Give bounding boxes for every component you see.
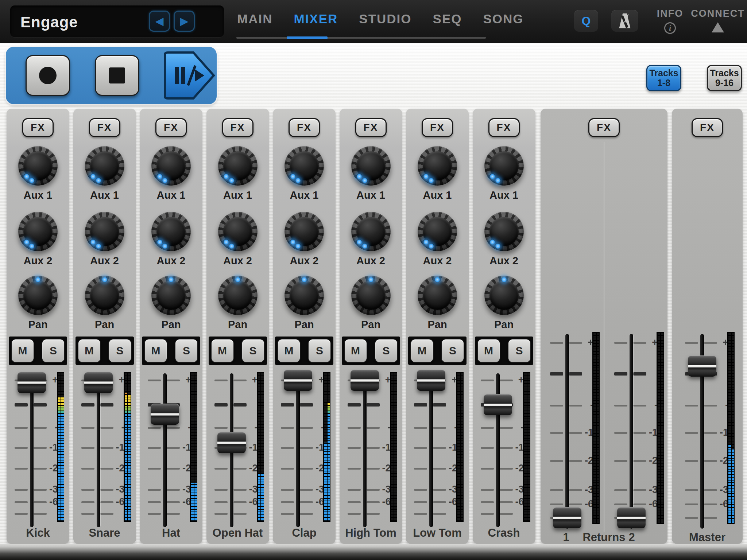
fx-button[interactable]: FX bbox=[355, 118, 387, 137]
knob-aux2[interactable] bbox=[285, 212, 324, 251]
tab-seq[interactable]: SEQ bbox=[433, 12, 462, 26]
fx-button[interactable]: FX bbox=[488, 118, 520, 137]
aux2-label: Aux 2 bbox=[206, 255, 269, 267]
knob-pan[interactable] bbox=[218, 276, 258, 315]
mute-button[interactable]: M bbox=[211, 339, 234, 363]
fx-button[interactable]: FX bbox=[692, 118, 723, 137]
solo-button[interactable]: S bbox=[375, 339, 398, 363]
knob-aux2[interactable] bbox=[85, 212, 124, 251]
mute-button[interactable]: M bbox=[78, 339, 101, 363]
fader-track[interactable] bbox=[296, 373, 300, 527]
tab-studio[interactable]: STUDIO bbox=[359, 12, 411, 26]
knob-aux2[interactable] bbox=[351, 212, 391, 251]
scale-tick bbox=[100, 513, 113, 515]
knob-aux2[interactable] bbox=[151, 212, 191, 251]
knob-aux1[interactable] bbox=[218, 146, 258, 186]
fader-cap[interactable] bbox=[84, 372, 113, 393]
tracks-1-8-button[interactable]: Tracks 1-8 bbox=[646, 65, 681, 91]
fader-track[interactable] bbox=[30, 373, 34, 527]
next-arrow-button[interactable]: ▶ bbox=[174, 11, 195, 32]
record-icon bbox=[39, 67, 57, 84]
meter-segments bbox=[597, 333, 599, 523]
fader-track[interactable] bbox=[429, 373, 433, 527]
solo-button[interactable]: S bbox=[308, 339, 331, 363]
knob-aux1[interactable] bbox=[418, 146, 457, 186]
fader-track[interactable] bbox=[97, 373, 100, 527]
fader-cap[interactable] bbox=[553, 507, 581, 528]
fader-cap[interactable] bbox=[151, 404, 179, 425]
fader-cap[interactable] bbox=[217, 432, 246, 453]
knob-aux1[interactable] bbox=[85, 146, 124, 186]
knob-aux1[interactable] bbox=[484, 146, 524, 186]
solo-button[interactable]: S bbox=[441, 339, 464, 363]
knob-aux1[interactable] bbox=[351, 146, 391, 186]
tab-main[interactable]: MAIN bbox=[237, 12, 272, 26]
solo-button[interactable]: S bbox=[508, 339, 531, 363]
scale-tick bbox=[167, 380, 180, 381]
scale-tick bbox=[148, 489, 161, 491]
knob-aux1[interactable] bbox=[285, 146, 324, 186]
fader-track[interactable] bbox=[163, 373, 167, 527]
knob-aux2[interactable] bbox=[484, 212, 524, 251]
pause-play-button[interactable] bbox=[158, 51, 217, 100]
fader-cap[interactable] bbox=[688, 355, 716, 377]
knob-pan[interactable] bbox=[85, 276, 124, 315]
mute-button[interactable]: M bbox=[344, 339, 367, 363]
fader-cap[interactable] bbox=[417, 370, 445, 391]
solo-button[interactable]: S bbox=[108, 339, 132, 363]
scale-tick bbox=[633, 503, 646, 505]
fader-track[interactable] bbox=[363, 373, 367, 527]
knob-pan[interactable] bbox=[351, 276, 391, 315]
knob-aux1[interactable] bbox=[18, 146, 58, 186]
fader-cap[interactable] bbox=[351, 370, 379, 391]
fader-cap[interactable] bbox=[617, 507, 646, 528]
mute-button[interactable]: M bbox=[410, 339, 434, 363]
record-button[interactable] bbox=[26, 55, 70, 96]
solo-button[interactable]: S bbox=[241, 339, 265, 363]
fader-cap[interactable] bbox=[284, 370, 312, 391]
fx-button[interactable]: FX bbox=[155, 118, 187, 137]
prev-arrow-button[interactable]: ◀ bbox=[149, 11, 170, 32]
mute-button[interactable]: M bbox=[11, 339, 34, 363]
tab-song[interactable]: SONG bbox=[483, 12, 523, 26]
knob-pan[interactable] bbox=[151, 276, 191, 315]
fader-track[interactable] bbox=[565, 334, 569, 529]
stop-button[interactable] bbox=[95, 55, 139, 96]
scale-tick bbox=[633, 460, 646, 462]
fx-button[interactable]: FX bbox=[89, 118, 120, 137]
fx-button[interactable]: FX bbox=[588, 118, 620, 137]
info-control[interactable]: INFO i bbox=[654, 8, 686, 34]
meter-segments bbox=[191, 373, 194, 521]
knob-led bbox=[162, 178, 168, 183]
connect-control[interactable]: CONNECT bbox=[696, 8, 740, 32]
knob-aux1[interactable] bbox=[151, 146, 191, 186]
quantize-button[interactable]: Q bbox=[574, 10, 598, 32]
knob-aux2[interactable] bbox=[18, 212, 58, 251]
fader-cap[interactable] bbox=[484, 394, 512, 415]
fx-button[interactable]: FX bbox=[222, 118, 253, 137]
metronome-button[interactable] bbox=[611, 10, 638, 32]
knob-aux2[interactable] bbox=[418, 212, 457, 251]
fx-button[interactable]: FX bbox=[289, 118, 320, 137]
knob-pan[interactable] bbox=[418, 276, 457, 315]
aux1-label: Aux 1 bbox=[340, 189, 402, 201]
fx-button[interactable]: FX bbox=[22, 118, 54, 137]
meter-segments bbox=[658, 333, 660, 523]
fx-button[interactable]: FX bbox=[422, 118, 453, 137]
mute-button[interactable]: M bbox=[277, 339, 301, 363]
fader-track[interactable] bbox=[630, 334, 633, 529]
tab-mixer[interactable]: MIXER bbox=[294, 12, 338, 26]
knob-led bbox=[295, 178, 301, 183]
tracks-9-16-button[interactable]: Tracks 9-16 bbox=[707, 65, 742, 91]
mute-button[interactable]: M bbox=[144, 339, 167, 363]
knob-pan[interactable] bbox=[18, 276, 58, 315]
knob-led bbox=[362, 243, 368, 249]
fader-cap[interactable] bbox=[18, 372, 46, 393]
solo-button[interactable]: S bbox=[175, 339, 198, 363]
returns-divider bbox=[604, 142, 604, 532]
knob-pan[interactable] bbox=[484, 276, 524, 315]
knob-pan[interactable] bbox=[285, 276, 324, 315]
solo-button[interactable]: S bbox=[42, 339, 65, 363]
mute-button[interactable]: M bbox=[477, 339, 500, 363]
knob-aux2[interactable] bbox=[218, 212, 258, 251]
